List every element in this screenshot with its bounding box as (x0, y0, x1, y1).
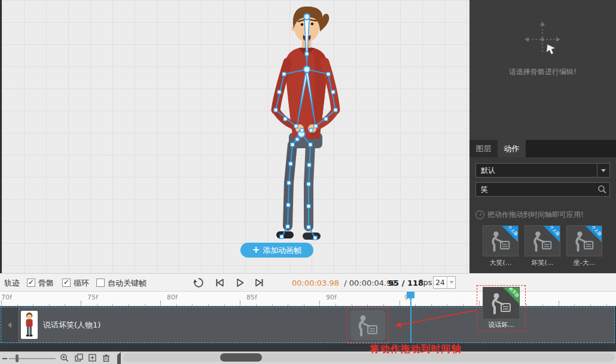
autokey-checkbox[interactable] (96, 279, 105, 287)
action-thumbnail: 个人版 (524, 225, 560, 256)
action-label: 坐-大... (566, 258, 602, 267)
zoom-out-icon[interactable] (2, 358, 7, 359)
action-item[interactable]: 个人版 大笑(... (483, 225, 519, 267)
playhead-line (410, 298, 411, 343)
action-figure-icon (531, 230, 554, 252)
delete-icon[interactable] (102, 353, 111, 363)
chevron-left-icon (117, 352, 121, 364)
add-frame-label: 添加动画帧 (263, 245, 301, 256)
loop-checkbox[interactable] (62, 279, 71, 287)
prev-frame-button[interactable] (213, 277, 226, 289)
info-icon (475, 210, 484, 219)
stage-canvas[interactable]: + 添加动画帧 (0, 0, 469, 273)
drag-hint-text: 将动作拖动到时间轴 (330, 343, 501, 356)
zoom-in-icon[interactable] (60, 353, 69, 363)
action-search (475, 182, 610, 197)
drop-action-tile (350, 310, 385, 340)
ruler-mark: 85f (246, 293, 257, 301)
action-item[interactable]: 个人版 坏笑(... (524, 225, 560, 267)
scroll-left-arrow[interactable] (117, 355, 121, 364)
ruler-mark: 70f (1, 293, 12, 301)
paste-frame-icon[interactable] (88, 353, 97, 363)
bone-edit-placeholder: 请选择骨骼进行编辑! (469, 0, 616, 140)
drag-tip-row: 把动作拖动到时间轴即可应用! (475, 210, 610, 220)
select-bone-hint: 请选择骨骼进行编辑! (469, 67, 616, 77)
time-display: 00:00:03.98 / 00:00:04.92 (292, 279, 397, 287)
ruler-mark: 75f (87, 293, 98, 301)
action-thumbnail: 教育版 (483, 287, 520, 319)
step-back-icon (214, 277, 225, 289)
chevron-left-icon (8, 322, 11, 328)
track-label: 轨迹 (4, 278, 20, 289)
action-grid: 个人版 大笑(... 个人版 (475, 225, 610, 267)
action-label: 坏笑(... (524, 258, 560, 267)
mini-character-icon (21, 311, 38, 339)
frame-current: 95 (388, 279, 399, 287)
track-item-label: 说话坏笑(人物1) (43, 307, 100, 342)
character-rig[interactable] (258, 4, 353, 245)
preset-dropdown[interactable]: 默认 (475, 163, 610, 178)
ruler-mark: 90f (326, 293, 337, 301)
time-current: 00:00:03.98 (292, 279, 339, 287)
track-item-thumbnail (21, 311, 38, 339)
autokey-label: 自动关键帧 (108, 278, 147, 289)
move-tool-icon (523, 20, 562, 59)
fps-value: 24 (434, 279, 447, 287)
fps-label: Fps (419, 278, 432, 287)
search-input[interactable] (475, 182, 610, 197)
copy-frame-icon[interactable] (74, 353, 84, 363)
right-panel: 请选择骨骼进行编辑! 图层 动作 默认 把动作拖动到时间轴即可应用! (469, 0, 616, 273)
loop-label: 循环 (74, 278, 89, 289)
track-collapse-button[interactable] (1, 307, 18, 342)
step-forward-icon (254, 277, 266, 289)
action-item[interactable]: 个人版 坐-大... (566, 225, 602, 267)
play-icon (234, 277, 246, 289)
action-label: 说话坏... (477, 320, 525, 329)
next-frame-button[interactable] (253, 277, 266, 289)
action-figure-icon (573, 230, 596, 252)
timeline-bottom-bar (0, 351, 616, 364)
panel-tabbar: 图层 动作 (469, 140, 616, 157)
dragged-action-item[interactable]: 教育版 说话坏... (477, 285, 526, 332)
action-figure-icon (489, 291, 513, 315)
action-figure-icon (356, 313, 380, 337)
playhead-handle[interactable] (407, 292, 414, 298)
bones-checkbox[interactable] (27, 279, 35, 287)
tab-layers[interactable]: 图层 (469, 140, 498, 157)
add-animation-frame-button[interactable]: + 添加动画帧 (240, 243, 313, 258)
action-label: 大笑(... (483, 258, 519, 267)
action-figure-icon (489, 230, 512, 252)
action-thumbnail: 个人版 (566, 225, 602, 256)
plus-icon: + (252, 246, 260, 255)
tab-actions[interactable]: 动作 (498, 140, 526, 157)
ruler-mark: 80f (167, 293, 178, 301)
zoom-slider-handle[interactable] (16, 354, 19, 362)
action-thumbnail: 个人版 (483, 225, 519, 256)
chevron-down-icon (597, 164, 609, 177)
bones-label: 骨骼 (38, 278, 54, 289)
replay-icon (193, 277, 205, 289)
horizontal-scrollbar-thumb[interactable] (220, 353, 262, 362)
chevron-down-icon (447, 277, 455, 288)
play-button[interactable] (233, 277, 246, 289)
frame-separator: / (402, 279, 405, 287)
fps-select[interactable]: 24 (433, 276, 456, 289)
drop-target-highlight (347, 307, 389, 344)
search-icon[interactable] (597, 185, 607, 194)
preset-value: 默认 (476, 166, 597, 176)
actions-panel: 默认 把动作拖动到时间轴即可应用! (469, 157, 616, 273)
drag-tip-text: 把动作拖动到时间轴即可应用! (487, 210, 584, 220)
replay-button[interactable] (192, 277, 205, 289)
timeline-zoom-slider[interactable] (9, 358, 56, 359)
